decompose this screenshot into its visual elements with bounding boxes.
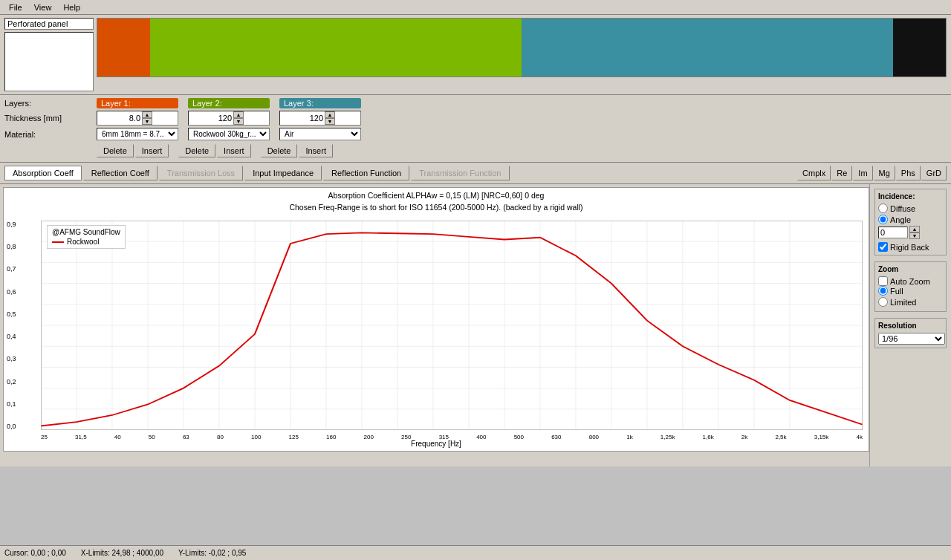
top-panel [0, 15, 951, 95]
menu-file[interactable]: File [3, 1, 28, 13]
delete1-button[interactable]: Delete [97, 144, 134, 157]
legend-color-swatch [52, 241, 64, 243]
mode-phs[interactable]: Phs [896, 166, 921, 180]
xlimits-status: X-Limits: 24,98 ; 4000,00 [81, 549, 163, 557]
tab-transmission-function: Transmission Function [411, 166, 509, 180]
menu-help[interactable]: Help [57, 1, 86, 13]
thickness1-input[interactable] [97, 113, 142, 123]
diffuse-row: Diffuse [878, 204, 943, 213]
mode-cmplx[interactable]: Cmplx [797, 166, 831, 180]
mode-grd[interactable]: GrD [921, 166, 947, 180]
resolution-title: Resolution [878, 322, 943, 330]
thickness2-down[interactable]: ▼ [233, 118, 244, 125]
thickness3-up[interactable]: ▲ [325, 111, 335, 118]
legend-item-label: Rockwool [67, 238, 99, 246]
statusbar: Cursor: 0,00 ; 0,00 X-Limits: 24,98 ; 40… [0, 545, 951, 560]
thickness3-spinbox[interactable]: ▲ ▼ [279, 111, 361, 126]
angle-radio-row: Angle [878, 215, 943, 224]
insert3-button[interactable]: Insert [299, 144, 333, 157]
mode-re[interactable]: Re [831, 166, 852, 180]
layer-seg-2 [150, 19, 522, 76]
layer3-buttons: Delete Insert [261, 144, 333, 157]
x-axis-label: Frequency [Hz] [411, 440, 461, 448]
chart-title-line2: Chosen Freq-Range is to short for ISO 11… [4, 202, 869, 214]
legend-brand: @AFMG SoundFlow [52, 228, 120, 236]
material-label: Material: [4, 130, 94, 139]
layers-label: Layers: [4, 99, 94, 108]
incidence-title: Incidence: [878, 192, 943, 201]
diffuse-radio[interactable] [878, 204, 888, 213]
tab-input-impedance[interactable]: Input Impedance [244, 166, 322, 180]
chart-container: Absorption Coefficient ALPHAw = 0,15 (LM… [3, 187, 869, 452]
mode-mg[interactable]: Mg [874, 166, 895, 180]
layers-section: Layers: Layer 1: Layer 2: Layer 3: Thick… [0, 95, 951, 163]
chart-box: Absorption Coefficient ALPHAw = 0,15 (LM… [3, 187, 869, 452]
thickness2-spinbox[interactable]: ▲ ▼ [188, 111, 270, 126]
mode-buttons: Cmplx Re Im Mg Phs GrD [797, 166, 947, 180]
menu-view[interactable]: View [28, 1, 58, 13]
tab-reflection-coeff[interactable]: Reflection Coeff [83, 166, 158, 180]
auto-zoom-label: Auto Zoom [890, 277, 930, 286]
right-panel: Incidence: Diffuse Angle ▲ ▼ Rigid Back [869, 184, 951, 466]
rigid-back-checkbox[interactable] [878, 242, 888, 252]
thickness1-up[interactable]: ▲ [142, 111, 152, 118]
chart-title-line1: Absorption Coefficient ALPHAw = 0,15 (LM… [4, 190, 869, 202]
limited-zoom-row: Limited [878, 297, 943, 307]
rigid-back-label: Rigid Back [890, 243, 929, 252]
chart-title: Absorption Coefficient ALPHAw = 0,15 (LM… [4, 188, 869, 214]
full-zoom-label: Full [890, 287, 903, 296]
angle-input-row: ▲ ▼ [878, 226, 943, 239]
angle-radio[interactable] [878, 215, 888, 224]
tabs-row: Absorption Coeff Reflection Coeff Transm… [0, 163, 951, 184]
limited-zoom-label: Limited [890, 298, 916, 307]
thickness3-down[interactable]: ▼ [325, 118, 335, 125]
zoom-group: Zoom Auto Zoom Full Limited [874, 261, 947, 312]
full-zoom-radio[interactable] [878, 286, 888, 296]
layer2-header: Layer 2: [188, 98, 270, 108]
mode-im[interactable]: Im [853, 166, 872, 180]
angle-label: Angle [890, 215, 911, 224]
x-ticks: 2531,54050638010012516020025031540050063… [41, 434, 863, 440]
cursor-status: Cursor: 0,00 ; 0,00 [4, 549, 66, 557]
resolution-select[interactable]: 1/96 [878, 333, 945, 345]
tab-reflection-function[interactable]: Reflection Function [323, 166, 409, 180]
angle-down[interactable]: ▼ [909, 232, 920, 239]
material1-select[interactable]: 6mm 18mm = 8.7... [97, 128, 178, 140]
y-ticks: 0,00,10,20,30,40,50,60,70,80,9 [7, 221, 16, 430]
zoom-title: Zoom [878, 265, 943, 273]
auto-zoom-row: Auto Zoom [878, 276, 943, 286]
panel-name-input[interactable] [4, 18, 94, 30]
diffuse-label: Diffuse [890, 204, 915, 213]
layer-seg-4 [893, 19, 946, 76]
layer2-buttons: Delete Insert [178, 144, 250, 157]
thickness1-spinbox[interactable]: ▲ ▼ [97, 111, 178, 126]
auto-zoom-checkbox[interactable] [878, 276, 888, 286]
layer-seg-1 [97, 19, 150, 76]
thickness3-input[interactable] [280, 113, 325, 123]
panel-preview [4, 32, 94, 91]
angle-up[interactable]: ▲ [909, 226, 920, 232]
layer1-header: Layer 1: [97, 98, 178, 108]
insert2-button[interactable]: Insert [217, 144, 251, 157]
main-content: Absorption Coefficient ALPHAw = 0,15 (LM… [0, 184, 951, 466]
insert1-button[interactable]: Insert [135, 144, 169, 157]
thickness2-input[interactable] [189, 113, 233, 123]
thickness2-up[interactable]: ▲ [233, 111, 244, 118]
delete3-button[interactable]: Delete [261, 144, 298, 157]
layer-visual [97, 18, 947, 77]
material3-select[interactable]: Air [279, 128, 361, 140]
limited-zoom-radio[interactable] [878, 297, 888, 307]
delete2-button[interactable]: Delete [178, 144, 215, 157]
legend-item-row: Rockwool [52, 238, 120, 246]
layer3-header: Layer 3: [279, 98, 361, 108]
thickness1-down[interactable]: ▼ [142, 118, 152, 125]
material2-select[interactable]: Rockwool 30kg_r... [188, 128, 270, 140]
thickness-label: Thickness [mm] [4, 114, 94, 123]
rigid-back-row: Rigid Back [878, 242, 943, 252]
chart-svg [41, 221, 863, 430]
layer-seg-3 [522, 19, 893, 76]
tab-absorption-coeff[interactable]: Absorption Coeff [4, 166, 82, 180]
chart-legend: @AFMG SoundFlow Rockwool [47, 225, 126, 249]
angle-value-input[interactable] [878, 227, 908, 238]
incidence-group: Incidence: Diffuse Angle ▲ ▼ Rigid Back [874, 189, 947, 255]
